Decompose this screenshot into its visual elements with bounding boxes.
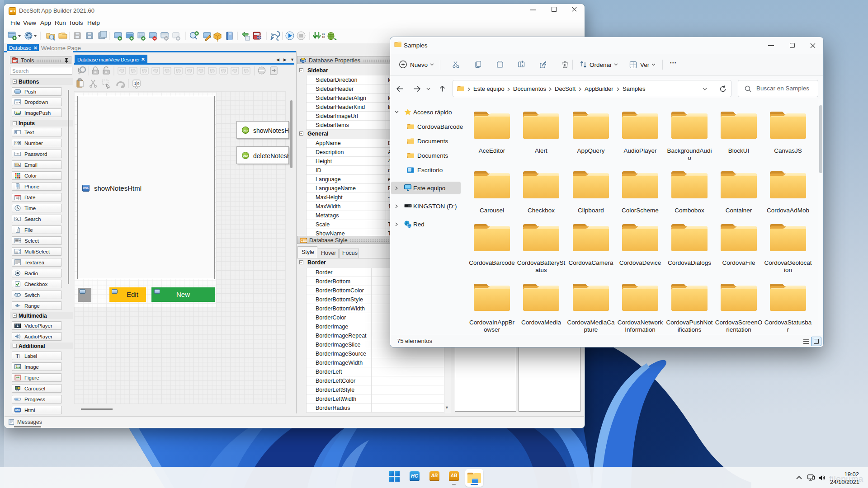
- svg-text:T: T: [16, 353, 19, 359]
- svg-text:HTML: HTML: [15, 409, 21, 412]
- svg-text:I: I: [15, 131, 16, 134]
- svg-text:10: 10: [15, 142, 19, 145]
- svg-text:CSS: CSS: [301, 239, 307, 242]
- svg-text:01: 01: [322, 33, 325, 35]
- svg-text:POP: POP: [15, 164, 19, 166]
- svg-text:1: 1: [134, 81, 137, 86]
- svg-text:10: 10: [322, 36, 325, 38]
- svg-text:9: 9: [137, 81, 140, 86]
